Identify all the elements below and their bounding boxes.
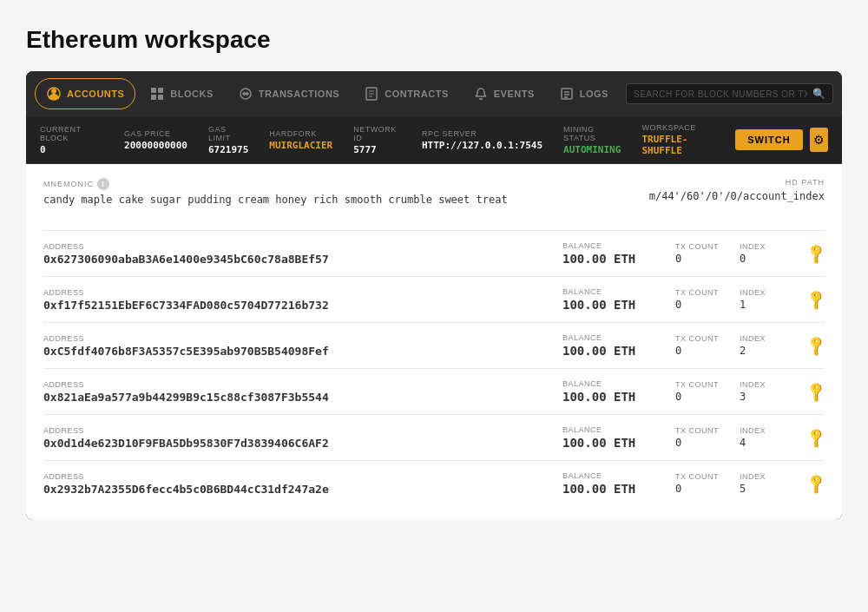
mining-status-label: MINING STATUS bbox=[563, 125, 621, 142]
index-item-5: INDEX 5 bbox=[740, 472, 766, 495]
events-icon bbox=[473, 86, 489, 102]
address-value-1: 0xf17f52151EbEF6C7334FAD080c5704D77216b7… bbox=[43, 299, 562, 312]
tx-count-label-2: TX COUNT bbox=[675, 334, 719, 343]
account-row: ADDRESS 0xf17f52151EbEF6C7334FAD080c5704… bbox=[43, 276, 825, 322]
index-item-1: INDEX 1 bbox=[740, 288, 766, 311]
mnemonic-label: MNEMONIC bbox=[43, 180, 94, 188]
address-value-3: 0x821aEa9a577a9b44299B9c15c88cf3087F3b55… bbox=[43, 391, 562, 404]
key-icon-1[interactable]: 🔑 bbox=[804, 287, 828, 312]
balance-label-0: BALANCE bbox=[562, 241, 675, 250]
page-title: Ethereum workspace bbox=[26, 26, 842, 54]
workspace-actions: WORKSPACE TRUFFLE-SHUFFLE SWITCH ⚙ bbox=[641, 123, 828, 156]
nav-label-events: EVENTS bbox=[494, 89, 535, 99]
search-container: 🔍 bbox=[626, 83, 833, 104]
workspace-container: ACCOUNTS BLOCKS TRANSACTI bbox=[26, 71, 842, 520]
nav-item-accounts[interactable]: ACCOUNTS bbox=[35, 78, 135, 109]
key-icon-3[interactable]: 🔑 bbox=[804, 379, 828, 404]
gear-button[interactable]: ⚙ bbox=[810, 128, 828, 152]
key-icon-2[interactable]: 🔑 bbox=[804, 333, 828, 358]
gas-limit-label: GAS LIMIT bbox=[208, 125, 248, 142]
balance-label-5: BALANCE bbox=[562, 471, 675, 480]
rpc-server-value: HTTP://127.0.0.1:7545 bbox=[422, 140, 542, 151]
account-row: ADDRESS 0x627306090abaB3A6e1400e9345bC60… bbox=[43, 230, 825, 276]
tx-count-label-5: TX COUNT bbox=[675, 472, 719, 481]
account-meta-3: TX COUNT 0 INDEX 3 bbox=[675, 380, 797, 403]
hd-path-value: m/44'/60'/0'/0/account_index bbox=[649, 190, 825, 202]
mnemonic-left: MNEMONIC i candy maple cake sugar puddin… bbox=[43, 178, 649, 206]
tx-count-item-3: TX COUNT 0 bbox=[675, 380, 719, 403]
index-label-4: INDEX bbox=[740, 426, 766, 435]
account-main-0: ADDRESS 0x627306090abaB3A6e1400e9345bC60… bbox=[43, 242, 562, 266]
key-icon-5[interactable]: 🔑 bbox=[804, 471, 828, 496]
account-meta-2: TX COUNT 0 INDEX 2 bbox=[675, 334, 797, 357]
account-row: ADDRESS 0x0d1d4e623D10F9FBA5Db95830F7d38… bbox=[43, 414, 825, 460]
gear-icon: ⚙ bbox=[813, 133, 825, 147]
index-value-0: 0 bbox=[740, 253, 766, 265]
account-rows-container: ADDRESS 0x627306090abaB3A6e1400e9345bC60… bbox=[43, 230, 825, 506]
balance-value-0: 100.00 ETH bbox=[562, 252, 675, 266]
address-label-5: ADDRESS bbox=[43, 472, 562, 481]
account-balance-1: BALANCE 100.00 ETH bbox=[562, 287, 675, 312]
account-main-1: ADDRESS 0xf17f52151EbEF6C7334FAD080c5704… bbox=[43, 288, 562, 312]
hd-path-section: HD PATH m/44'/60'/0'/0/account_index bbox=[649, 178, 825, 202]
nav-label-logs: LOGS bbox=[580, 89, 608, 99]
account-row: ADDRESS 0xC5fdf4076b8F3A5357c5E395ab970B… bbox=[43, 322, 825, 368]
key-icon-0[interactable]: 🔑 bbox=[804, 241, 828, 266]
balance-label-3: BALANCE bbox=[562, 379, 675, 388]
nav-item-contracts[interactable]: CONTRACTS bbox=[353, 79, 459, 109]
search-input[interactable] bbox=[634, 89, 807, 99]
balance-value-2: 100.00 ETH bbox=[562, 344, 675, 358]
tx-count-label-4: TX COUNT bbox=[675, 426, 719, 435]
nav-item-blocks[interactable]: BLOCKS bbox=[139, 79, 223, 109]
account-meta-0: TX COUNT 0 INDEX 0 bbox=[675, 242, 797, 265]
index-value-3: 3 bbox=[740, 391, 766, 403]
account-main-4: ADDRESS 0x0d1d4e623D10F9FBA5Db95830F7d38… bbox=[43, 426, 562, 450]
index-item-0: INDEX 0 bbox=[740, 242, 766, 265]
index-label-1: INDEX bbox=[740, 288, 766, 297]
hardfork-label: HARDFORK bbox=[269, 129, 332, 138]
balance-value-3: 100.00 ETH bbox=[562, 390, 675, 404]
svg-rect-4 bbox=[151, 95, 156, 100]
index-label-3: INDEX bbox=[740, 380, 766, 389]
account-meta-1: TX COUNT 0 INDEX 1 bbox=[675, 288, 797, 311]
gas-limit-value: 6721975 bbox=[208, 144, 248, 155]
tx-count-label-0: TX COUNT bbox=[675, 242, 719, 251]
tx-count-item-4: TX COUNT 0 bbox=[675, 426, 719, 449]
gas-price-item: GAS PRICE 20000000000 bbox=[124, 129, 187, 151]
tx-count-label-1: TX COUNT bbox=[675, 288, 719, 297]
index-label-5: INDEX bbox=[740, 472, 766, 481]
nav-item-events[interactable]: EVENTS bbox=[463, 79, 545, 109]
account-balance-0: BALANCE 100.00 ETH bbox=[562, 241, 675, 266]
index-value-4: 4 bbox=[740, 437, 766, 449]
svg-point-0 bbox=[51, 89, 56, 94]
key-icon-4[interactable]: 🔑 bbox=[804, 425, 828, 450]
switch-button[interactable]: SWITCH bbox=[735, 129, 802, 150]
gas-price-label: GAS PRICE bbox=[124, 129, 187, 138]
nav-item-transactions[interactable]: TRANSACTIONS bbox=[227, 79, 350, 109]
search-icon: 🔍 bbox=[812, 88, 825, 100]
address-label-3: ADDRESS bbox=[43, 380, 562, 389]
nav-label-contracts: CONTRACTS bbox=[385, 89, 449, 99]
logs-icon bbox=[559, 86, 575, 102]
account-balance-4: BALANCE 100.00 ETH bbox=[562, 425, 675, 450]
mnemonic-label-container: MNEMONIC i bbox=[43, 178, 649, 190]
tx-count-value-3: 0 bbox=[675, 391, 719, 403]
index-value-1: 1 bbox=[740, 299, 766, 311]
tx-count-item-0: TX COUNT 0 bbox=[675, 242, 719, 265]
account-balance-3: BALANCE 100.00 ETH bbox=[562, 379, 675, 404]
tx-count-value-4: 0 bbox=[675, 437, 719, 449]
address-label-0: ADDRESS bbox=[43, 242, 562, 251]
balance-value-4: 100.00 ETH bbox=[562, 436, 675, 450]
address-label-4: ADDRESS bbox=[43, 426, 562, 435]
svg-rect-3 bbox=[158, 88, 163, 93]
account-row: ADDRESS 0x2932b7A2355D6fecc4b5c0B6BD44cC… bbox=[43, 460, 825, 506]
nav-item-logs[interactable]: LOGS bbox=[549, 79, 619, 109]
mnemonic-section: MNEMONIC i candy maple cake sugar puddin… bbox=[43, 178, 825, 216]
mnemonic-info-icon[interactable]: i bbox=[97, 178, 109, 190]
nav-label-transactions: TRANSACTIONS bbox=[259, 89, 339, 99]
index-value-2: 2 bbox=[740, 345, 766, 357]
mining-status-value: AUTOMINING bbox=[563, 144, 621, 155]
account-main-5: ADDRESS 0x2932b7A2355D6fecc4b5c0B6BD44cC… bbox=[43, 472, 562, 496]
balance-value-5: 100.00 ETH bbox=[562, 482, 675, 496]
workspace-value: TRUFFLE-SHUFFLE bbox=[641, 134, 707, 156]
